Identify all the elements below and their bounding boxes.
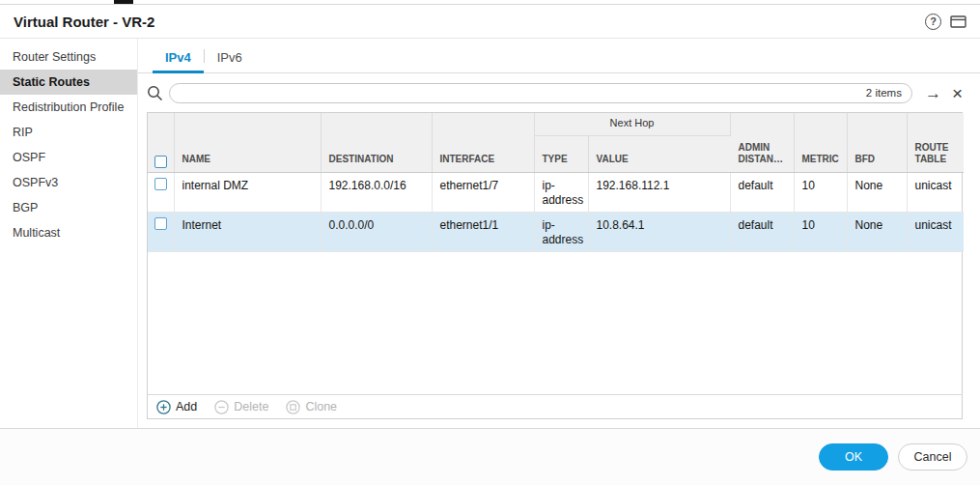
column-header-route-table[interactable]: ROUTE TABLE xyxy=(907,113,964,172)
cancel-button[interactable]: Cancel xyxy=(898,443,967,471)
row-checkbox[interactable] xyxy=(154,217,167,230)
select-all-cell xyxy=(148,113,174,172)
sidebar-item-redistribution-profile[interactable]: Redistribution Profile xyxy=(0,95,137,120)
cell-type: ip-address xyxy=(534,212,588,251)
column-header-type[interactable]: TYPE xyxy=(534,135,588,172)
delete-icon xyxy=(214,400,229,414)
cell-metric: 10 xyxy=(794,172,847,212)
titlebar-icons: ? xyxy=(925,14,966,30)
sidebar-item-static-routes[interactable]: Static Routes xyxy=(0,70,137,95)
routes-table: NAME DESTINATION INTERFACE Next Hop ADMI… xyxy=(148,113,964,252)
ip-version-tabs: IPv4 IPv6 xyxy=(138,39,980,73)
virtual-router-dialog: Virtual Router - VR-2 ? Router Settings … xyxy=(0,4,980,485)
clone-label: Clone xyxy=(305,400,337,414)
cell-value: 192.168.112.1 xyxy=(588,172,730,212)
column-header-metric[interactable]: METRIC xyxy=(794,113,847,172)
cell-bfd: None xyxy=(847,172,907,212)
cell-name: internal DMZ xyxy=(174,172,321,212)
cell-admin-distance: default xyxy=(730,212,794,251)
route-row-internet[interactable]: Internet 0.0.0.0/0 ethernet1/1 ip-addres… xyxy=(148,212,964,251)
cell-interface: ethernet1/7 xyxy=(432,172,534,212)
column-header-admin-distance[interactable]: ADMIN DISTAN… xyxy=(730,113,794,172)
sidebar-item-bgp[interactable]: BGP xyxy=(0,195,137,220)
clone-icon xyxy=(286,400,300,414)
screen: Virtual Router - VR-2 ? Router Settings … xyxy=(0,0,980,485)
column-header-destination[interactable]: DESTINATION xyxy=(321,113,432,172)
table-toolbar: Add Delete xyxy=(148,394,962,418)
filter-input[interactable] xyxy=(180,86,866,100)
column-header-name[interactable]: NAME xyxy=(174,113,321,172)
clear-filter-icon[interactable]: × xyxy=(952,84,963,102)
apply-filter-icon[interactable]: → xyxy=(925,85,941,101)
sidebar-item-ospf[interactable]: OSPF xyxy=(0,145,137,170)
row-checkbox-cell xyxy=(148,212,174,251)
add-button[interactable]: Add xyxy=(156,400,197,414)
dialog-content: Router Settings Static Routes Redistribu… xyxy=(0,39,980,428)
cell-interface: ethernet1/1 xyxy=(432,212,534,251)
table-empty-area xyxy=(148,252,962,395)
tab-ipv6[interactable]: IPv6 xyxy=(205,43,255,72)
filter-bar: 2 items → × xyxy=(138,73,980,112)
select-all-checkbox[interactable] xyxy=(154,156,167,168)
cell-destination: 0.0.0.0/0 xyxy=(321,212,432,251)
sidebar-item-router-settings[interactable]: Router Settings xyxy=(0,44,137,70)
row-checkbox[interactable] xyxy=(154,178,167,190)
dialog-footer: OK Cancel xyxy=(0,428,980,485)
search-icon xyxy=(147,85,163,101)
column-header-value[interactable]: VALUE xyxy=(588,135,730,172)
column-header-bfd[interactable]: BFD xyxy=(847,113,907,172)
cell-name: Internet xyxy=(174,212,321,251)
add-icon xyxy=(156,400,171,414)
cell-route-table: unicast xyxy=(907,212,964,251)
sidebar: Router Settings Static Routes Redistribu… xyxy=(0,39,138,428)
cell-route-table: unicast xyxy=(907,172,964,212)
filter-pill: 2 items xyxy=(169,83,912,103)
window-icon[interactable] xyxy=(950,14,966,29)
main-panel: IPv4 IPv6 2 items xyxy=(138,39,980,428)
cell-admin-distance: default xyxy=(730,172,794,212)
tab-ipv4[interactable]: IPv4 xyxy=(153,43,204,73)
add-label: Add xyxy=(176,400,197,414)
dialog-title: Virtual Router - VR-2 xyxy=(14,14,154,30)
column-group-next-hop: Next Hop xyxy=(534,113,730,135)
cell-destination: 192.168.0.0/16 xyxy=(321,172,432,212)
ok-button[interactable]: OK xyxy=(819,443,888,471)
sidebar-item-rip[interactable]: RIP xyxy=(0,120,137,145)
row-checkbox-cell xyxy=(148,172,174,212)
dialog-titlebar: Virtual Router - VR-2 ? xyxy=(0,5,980,39)
static-routes-table: NAME DESTINATION INTERFACE Next Hop ADMI… xyxy=(147,112,963,419)
cell-bfd: None xyxy=(847,212,907,251)
help-icon[interactable]: ? xyxy=(925,14,941,30)
delete-label: Delete xyxy=(234,400,268,414)
delete-button[interactable]: Delete xyxy=(214,400,268,414)
cell-metric: 10 xyxy=(794,212,847,251)
column-header-interface[interactable]: INTERFACE xyxy=(432,113,534,172)
sidebar-item-ospfv3[interactable]: OSPFv3 xyxy=(0,170,137,195)
cell-value: 10.8.64.1 xyxy=(588,212,730,251)
items-count: 2 items xyxy=(866,87,902,99)
clone-button[interactable]: Clone xyxy=(286,400,337,414)
route-row-internal-dmz[interactable]: internal DMZ 192.168.0.0/16 ethernet1/7 … xyxy=(148,172,964,212)
sidebar-item-multicast[interactable]: Multicast xyxy=(0,220,137,245)
cell-type: ip-address xyxy=(534,172,588,212)
